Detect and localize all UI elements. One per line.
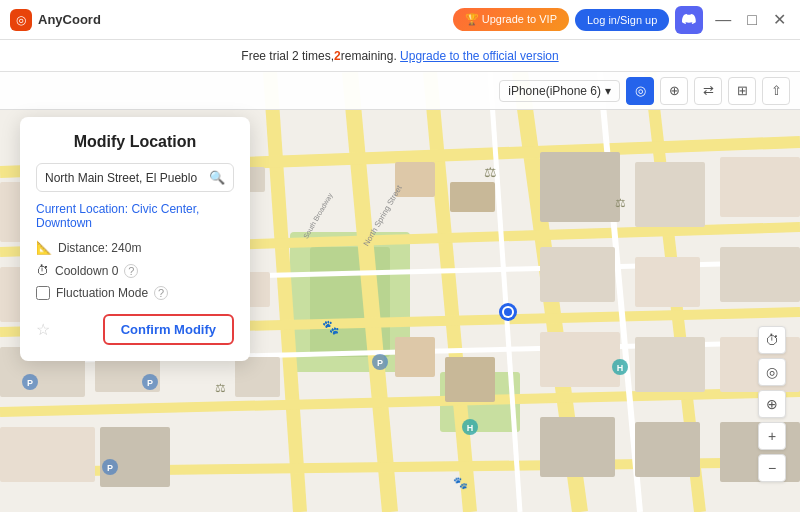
map-toolbar: iPhone(iPhone 6) ▾ ◎ ⊕ ⇄ ⊞ ⇧	[0, 72, 800, 110]
trial-banner: Free trial 2 times, 2 remaining. Upgrade…	[0, 40, 800, 72]
center-button[interactable]: ⊕	[758, 390, 786, 418]
confirm-modify-button[interactable]: Confirm Modify	[103, 314, 234, 345]
svg-rect-46	[445, 357, 495, 402]
favorite-button[interactable]: ☆	[36, 320, 50, 339]
svg-point-68	[504, 308, 512, 316]
fluctuation-help-icon[interactable]: ?	[154, 286, 168, 300]
minimize-button[interactable]: —	[711, 9, 735, 31]
svg-text:H: H	[617, 363, 624, 373]
titlebar: ◎ AnyCoord 🏆 Upgrade to VIP Log in/Sign …	[0, 0, 800, 40]
cooldown-help-icon[interactable]: ?	[124, 264, 138, 278]
svg-text:P: P	[27, 378, 33, 388]
star-icon: ☆	[36, 321, 50, 338]
upgrade-button[interactable]: 🏆 Upgrade to VIP	[453, 8, 569, 31]
svg-rect-31	[540, 152, 620, 222]
svg-rect-40	[720, 247, 800, 302]
panel-title: Modify Location	[36, 133, 234, 151]
svg-rect-30	[235, 357, 280, 397]
discord-button[interactable]	[675, 6, 703, 34]
svg-rect-33	[540, 332, 620, 387]
search-box: 🔍	[36, 163, 234, 192]
svg-rect-34	[540, 417, 615, 477]
gps-button[interactable]: ◎	[758, 358, 786, 386]
device-selector[interactable]: iPhone(iPhone 6) ▾	[499, 80, 620, 102]
zoom-out-button[interactable]: −	[758, 454, 786, 482]
export-tool-button[interactable]: ⇧	[762, 77, 790, 105]
banner-remaining: 2	[334, 49, 341, 63]
app-logo-icon: ◎	[10, 9, 32, 31]
app-name: AnyCoord	[38, 12, 101, 27]
fluctuation-label: Fluctuation Mode	[56, 286, 148, 300]
svg-rect-35	[635, 162, 705, 227]
banner-text-before: Free trial 2 times,	[241, 49, 334, 63]
map-controls-right: ⏱ ◎ ⊕ + −	[758, 326, 786, 482]
crosshair-tool-button[interactable]: ⊕	[660, 77, 688, 105]
device-dropdown-icon: ▾	[605, 84, 611, 98]
distance-row: 📐 Distance: 240m	[36, 240, 234, 255]
svg-rect-36	[635, 257, 700, 307]
svg-text:🐾: 🐾	[453, 475, 468, 490]
svg-text:⚖: ⚖	[215, 381, 226, 395]
close-button[interactable]: ✕	[769, 8, 790, 31]
svg-text:P: P	[377, 358, 383, 368]
svg-rect-44	[450, 182, 495, 212]
device-label: iPhone(iPhone 6)	[508, 84, 601, 98]
svg-text:H: H	[467, 423, 474, 433]
main-content: North Spring Street South Broadway P P P…	[0, 72, 800, 512]
history-button[interactable]: ⏱	[758, 326, 786, 354]
cooldown-icon: ⏱	[36, 263, 49, 278]
panel-bottom-row: ☆ Confirm Modify	[36, 314, 234, 345]
cooldown-row: ⏱ Cooldown 0 ?	[36, 263, 234, 278]
banner-text-after: remaining.	[341, 49, 397, 63]
svg-text:⚖: ⚖	[615, 196, 626, 210]
cooldown-label: Cooldown 0	[55, 264, 118, 278]
logo-area: ◎ AnyCoord	[10, 9, 101, 31]
fluctuation-row: Fluctuation Mode ?	[36, 286, 234, 300]
modify-location-panel: Modify Location 🔍 Current Location: Civi…	[20, 117, 250, 361]
route-tool-button[interactable]: ⇄	[694, 77, 722, 105]
fluctuation-checkbox[interactable]	[36, 286, 50, 300]
svg-text:⚖: ⚖	[484, 164, 497, 180]
svg-rect-37	[635, 337, 705, 392]
current-location-label[interactable]: Current Location: Civic Center, Downtown	[36, 202, 234, 230]
svg-rect-45	[395, 337, 435, 377]
svg-rect-32	[540, 247, 615, 302]
distance-icon: 📐	[36, 240, 52, 255]
maximize-button[interactable]: □	[743, 9, 761, 31]
location-tool-button[interactable]: ◎	[626, 77, 654, 105]
search-icon: 🔍	[209, 170, 225, 185]
banner-upgrade-link[interactable]: Upgrade to the official version	[400, 49, 559, 63]
login-button[interactable]: Log in/Sign up	[575, 9, 669, 31]
location-search-input[interactable]	[45, 171, 203, 185]
svg-rect-38	[635, 422, 700, 477]
window-controls: — □ ✕	[711, 8, 790, 31]
svg-text:P: P	[147, 378, 153, 388]
svg-rect-26	[100, 427, 170, 487]
move-tool-button[interactable]: ⊞	[728, 77, 756, 105]
svg-text:🐾: 🐾	[322, 319, 340, 336]
svg-rect-39	[720, 157, 800, 217]
distance-label: Distance: 240m	[58, 241, 141, 255]
zoom-in-button[interactable]: +	[758, 422, 786, 450]
svg-rect-22	[0, 427, 95, 482]
svg-text:P: P	[107, 463, 113, 473]
